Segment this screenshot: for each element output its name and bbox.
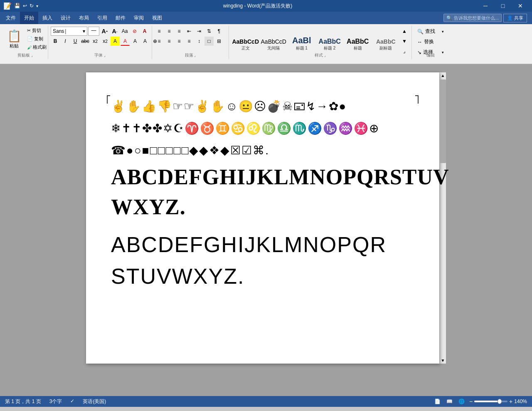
menu-item-mailing[interactable]: 邮件 (111, 12, 130, 24)
quick-undo[interactable]: ↩ (23, 3, 27, 9)
style-no-spacing[interactable]: AaBbCcD 无间隔 (260, 29, 288, 53)
menu-item-references[interactable]: 引用 (93, 12, 111, 24)
align-left-button[interactable]: ≡ (155, 37, 164, 46)
font-family-selector[interactable]: Sans | ▾ (51, 27, 87, 36)
zoom-handle[interactable] (498, 399, 502, 404)
style-title-preview: AaBbC (347, 37, 369, 45)
font-color-button2[interactable]: A (121, 37, 130, 46)
document-content: ✌✋👍👎☞☞✌✋☺😐☹💣☠🖃↯→✿● ❄✝✝✤✤✡☪♈♉♊♋♌♍♎♏♐♑♒♓⊕ … (111, 97, 414, 292)
find-button[interactable]: 🔍 查找 ▾ (414, 27, 447, 36)
decrease-font-button[interactable]: A- (110, 27, 119, 36)
style-normal-label: 正文 (241, 45, 250, 51)
shading-para-button[interactable]: □ (204, 37, 214, 46)
web-layout-button[interactable]: 🌐 (457, 399, 466, 404)
font-color-button[interactable]: A (140, 27, 149, 36)
menu-item-layout[interactable]: 布局 (75, 12, 93, 24)
alphabet-large-line2: WXYZ. (111, 193, 414, 221)
search-placeholder: 告诉我您想要做什么... (454, 15, 499, 21)
style-title[interactable]: AaBbC 标题 (344, 29, 372, 53)
styles-scroll-up[interactable]: ▲ (400, 27, 409, 36)
increase-indent-button[interactable]: ⇥ (195, 27, 204, 36)
minimize-button[interactable]: ─ (477, 0, 494, 12)
restore-button[interactable]: □ (495, 0, 511, 12)
multilevel-list-button[interactable]: ≡ (175, 27, 184, 36)
text-highlight-button[interactable]: A (111, 37, 120, 46)
alphabet-thin-line1: ABCDEFGHIJKLMNOPQR (111, 230, 414, 260)
document-area: ✌✋👍👎☞☞✌✋☺😐☹💣☠🖃↯→✿● ❄✝✝✤✤✡☪♈♉♊♋♌♍♎♏♐♑♒♓⊕ … (0, 64, 532, 396)
language: 英语(美国) (83, 398, 106, 405)
font-label: 字体 ⌟ (48, 52, 152, 58)
format-painter-button[interactable]: 🖌 格式刷 (25, 43, 49, 51)
replace-button[interactable]: ↔ 替换 (414, 37, 447, 47)
menu-item-view[interactable]: 视图 (148, 12, 166, 24)
menu-item-design[interactable]: 设计 (57, 12, 75, 24)
font-row1: Sans | ▾ — A+ A- Aa ⊘ A (51, 27, 149, 36)
share-icon: 👤 (507, 15, 513, 21)
margin-bracket-top-left (107, 95, 110, 104)
numbering-button[interactable]: ≡ (165, 27, 174, 36)
increase-font-button[interactable]: A+ (100, 27, 109, 36)
align-right-button[interactable]: ≡ (175, 37, 184, 46)
align-center-button[interactable]: ≡ (165, 37, 174, 46)
quick-redo[interactable]: ↻ (30, 3, 34, 9)
status-bar: 第 1 页，共 1 页 3个字 ✓ 英语(美国) 📄 📖 🌐 − + 140% (0, 396, 532, 407)
read-mode-button[interactable]: 📖 (445, 399, 454, 404)
vertical-scrollbar[interactable]: ▲ ▼ (439, 72, 446, 364)
share-button[interactable]: 👤 共享 (503, 14, 527, 22)
window-controls: ─ □ ✕ (477, 0, 529, 12)
share-label: 共享 (514, 15, 523, 21)
border-para-button[interactable]: ⊞ (214, 37, 224, 46)
status-right: 📄 📖 🌐 − + 140% (433, 398, 527, 405)
symbol-line-1: ✌✋👍👎☞☞✌✋☺😐☹💣☠🖃↯→✿● (111, 97, 414, 116)
cut-button[interactable]: ✂ 剪切 (25, 27, 49, 35)
para-row2: ≡ ≡ ≡ ≡ ↕ □ ⊞ (155, 37, 226, 46)
style-heading2-label: 标题 2 (324, 45, 335, 51)
menu-item-file[interactable]: 文件 (2, 12, 20, 24)
quick-settings[interactable]: ▾ (36, 4, 38, 8)
style-subtitle[interactable]: AaBbC 副标题 (372, 29, 400, 53)
strikethrough-button[interactable]: abc (81, 37, 90, 46)
style-heading1[interactable]: AaBl 标题 1 (288, 29, 316, 53)
menu-item-home[interactable]: 开始 (20, 12, 38, 24)
style-heading2[interactable]: AaBbC 标题 2 (316, 29, 344, 53)
copy-button[interactable]: 📄 复制 (25, 35, 49, 43)
zoom-out-button[interactable]: − (469, 398, 473, 405)
styles-scroll-down[interactable]: ▼ (400, 37, 409, 46)
shading-button[interactable]: A (131, 37, 140, 46)
superscript-button[interactable]: x2 (101, 37, 110, 46)
justify-button[interactable]: ≡ (185, 37, 194, 46)
border-button[interactable]: A (140, 37, 150, 46)
paste-button[interactable]: 📋 粘贴 (5, 27, 23, 52)
zoom-in-button[interactable]: + (509, 398, 512, 405)
show-para-marks-button[interactable]: ¶ (214, 27, 224, 36)
zoom-bar[interactable] (474, 401, 507, 402)
menu-item-review[interactable]: 审阅 (130, 12, 148, 24)
paragraph-content: ≡ ≡ ≡ ⇤ ⇥ ⇅ ¶ ≡ ≡ ≡ ≡ ↕ □ (155, 27, 226, 52)
italic-button[interactable]: I (61, 37, 70, 46)
symbol-line-2: ❄✝✝✤✤✡☪♈♉♊♋♌♍♎♏♐♑♒♓⊕ (111, 119, 414, 138)
print-layout-view-button[interactable]: 📄 (433, 399, 442, 404)
style-no-spacing-label: 无间隔 (267, 45, 280, 51)
underline-button[interactable]: U (71, 37, 80, 46)
quick-save[interactable]: 💾 (14, 3, 20, 9)
search-bar[interactable]: 🔍 告诉我您想要做什么... (443, 14, 502, 22)
scroll-down-button[interactable]: ▼ (440, 357, 446, 364)
sort-button[interactable]: ⇅ (204, 27, 214, 36)
font-size-selector[interactable]: — (88, 27, 99, 36)
scroll-thumb[interactable] (440, 79, 446, 163)
title-bar: 📝 💾 ↩ ↻ ▾ wingding - Word(产品激活失败) ─ □ ✕ (0, 0, 532, 12)
line-spacing-button[interactable]: ↕ (195, 37, 204, 46)
alphabet-large-line1: ABCDEFGHIJKLMNOPQRSTUV (111, 163, 414, 191)
subscript-button[interactable]: x2 (91, 37, 100, 46)
scroll-up-button[interactable]: ▲ (440, 72, 446, 79)
bullets-button[interactable]: ≡ (155, 27, 164, 36)
document-page: ✌✋👍👎☞☞✌✋☺😐☹💣☠🖃↯→✿● ❄✝✝✤✤✡☪♈♉♊♋♌♍♎♏♐♑♒♓⊕ … (86, 72, 439, 364)
close-button[interactable]: ✕ (512, 0, 529, 12)
decrease-indent-button[interactable]: ⇤ (185, 27, 194, 36)
clear-format-button[interactable]: ⊘ (130, 27, 139, 36)
bold-button[interactable]: B (51, 37, 60, 46)
window-title: wingding - Word(产品激活失败) (223, 2, 292, 10)
change-case-button[interactable]: Aa (120, 27, 129, 36)
style-normal[interactable]: AaBbCcD 正文 (232, 29, 260, 53)
menu-item-insert[interactable]: 插入 (38, 12, 57, 24)
